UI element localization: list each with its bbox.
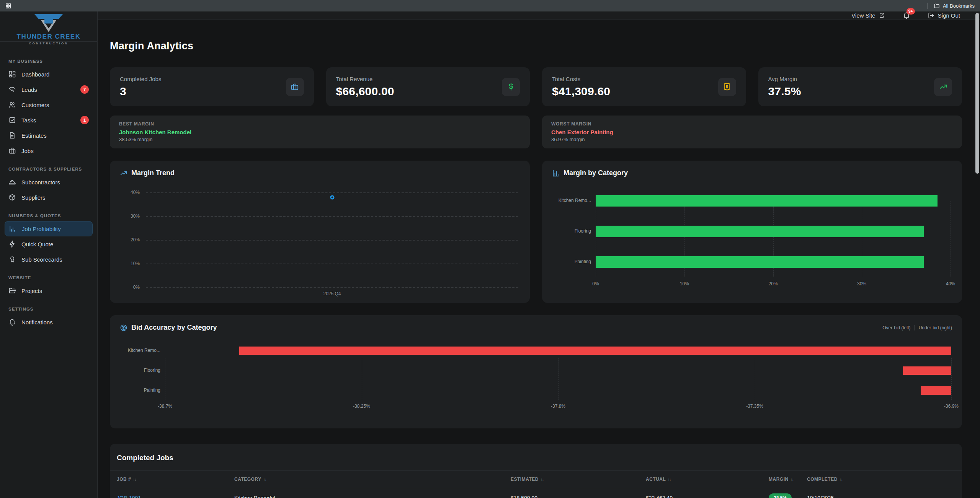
chart-row: Kitchen Remo... (120, 341, 952, 361)
stat-card-text: Total Costs$41,309.60 (552, 76, 610, 98)
column-header-completed[interactable]: COMPLETED↑↓ (807, 471, 962, 488)
gridline (146, 287, 518, 288)
x-axis-tick: 30% (857, 281, 866, 286)
sidebar-item-customers[interactable]: Customers (5, 97, 93, 112)
job-number-link[interactable]: JOB-1001 (117, 495, 141, 498)
sidebar-item-quick-quote[interactable]: Quick Quote (5, 236, 93, 252)
bar-painting (921, 386, 951, 395)
scrollbar-thumb[interactable] (975, 13, 979, 174)
chart-row: Flooring (552, 216, 952, 247)
margin-by-category-card: Margin by Category Kitchen Remo...Floori… (542, 161, 962, 303)
sidebar-item-tasks[interactable]: Tasks1 (5, 112, 93, 128)
stat-value: $66,600.00 (336, 85, 394, 98)
completed-jobs-card: Completed Jobs JOB #↑↓CATEGORY↑↓ESTIMATE… (110, 444, 962, 498)
job-number-cell: JOB-1001 (110, 488, 234, 498)
sidebar-item-badge: 7 (80, 85, 89, 94)
sidebar-item-projects[interactable]: Projects (5, 283, 93, 298)
x-axis-ticks: -38.7%-38.25%-37.8%-37.35%-36.9% (165, 404, 951, 410)
page-title: Margin Analytics (110, 40, 962, 52)
sidebar-item-notifications[interactable]: Notifications (5, 314, 93, 330)
sidebar-item-label: Estimates (21, 132, 47, 139)
x-axis-tick: 10% (680, 281, 689, 286)
sidebar-item-label: Sub Scorecards (21, 256, 62, 263)
chart-row: Painting (120, 381, 952, 400)
external-link-icon (879, 12, 885, 18)
margin-by-category-chart: Kitchen Remo...FlooringPainting0%10%20%3… (552, 186, 952, 287)
x-axis-tick: 20% (768, 281, 777, 286)
topbar: View Site 9+ (98, 11, 980, 20)
margin-trend-title: Margin Trend (131, 169, 175, 177)
margin-badge: 38.5% (769, 493, 792, 498)
page-scrollbar (975, 11, 980, 498)
column-header-actual[interactable]: ACTUAL↑↓ (646, 471, 769, 488)
sidebar-item-label: Notifications (21, 319, 53, 325)
sidebar-item-label: Dashboard (21, 71, 49, 78)
chart-rows: Kitchen Remo...FlooringPainting (552, 186, 952, 277)
sidebar-item-job-profitability[interactable]: Job Profitability (5, 221, 93, 236)
sign-out-button[interactable]: Sign Out (928, 12, 960, 19)
x-axis-tick: -38.25% (353, 404, 370, 409)
bar-kitchen-remo- (239, 347, 951, 355)
sidebar-item-label: Job Profitability (22, 226, 61, 232)
bid-accuracy-legend: Over-bid (left)Under-bid (right) (882, 325, 952, 330)
folder-icon (934, 3, 940, 9)
bar-flooring (596, 226, 924, 237)
x-axis-ticks: 0%10%20%30%40% (596, 281, 951, 287)
sidebar-section-label: NUMBERS & QUOTES (8, 213, 89, 218)
category-label: Kitchen Remo... (120, 348, 160, 354)
column-header-estimated[interactable]: ESTIMATED↑↓ (511, 471, 646, 488)
sidebar-item-estimates[interactable]: Estimates (5, 128, 93, 143)
legend-separator (915, 325, 915, 330)
category-label: Flooring (552, 228, 591, 234)
best-margin-job-name: Johnson Kitchen Remodel (119, 129, 521, 135)
sort-icon: ↑↓ (791, 477, 794, 482)
sidebar-item-leads[interactable]: Leads7 (5, 82, 93, 97)
all-bookmarks-label: All Bookmarks (943, 3, 975, 9)
stat-value: $41,309.60 (552, 85, 610, 98)
sort-icon: ↑↓ (263, 477, 266, 482)
sidebar-item-jobs[interactable]: Jobs (5, 143, 93, 158)
trending-up-icon (120, 169, 127, 177)
hard-hat-icon (8, 178, 16, 186)
sort-icon: ↑↓ (133, 477, 136, 482)
best-margin-value: 38.53% margin (119, 137, 521, 142)
stat-card-avg-margin: Avg Margin37.5% (758, 67, 962, 106)
y-axis-tick: 30% (120, 213, 140, 219)
column-header-job-[interactable]: JOB #↑↓ (110, 471, 234, 488)
stat-cards-row: Completed Jobs3Total Revenue$66,600.00To… (110, 67, 962, 106)
stat-card-text: Total Revenue$66,600.00 (336, 76, 394, 98)
sort-icon: ↑↓ (541, 477, 544, 482)
brand-name: THUNDER CREEK (0, 33, 97, 41)
category-label: Flooring (120, 368, 160, 374)
sidebar-item-subcontractors[interactable]: Subcontractors (5, 174, 93, 190)
category-label: Painting (120, 387, 160, 394)
award-icon (8, 256, 16, 263)
sidebar-item-suppliers[interactable]: Suppliers (5, 190, 93, 205)
column-header-margin[interactable]: MARGIN↑↓ (769, 471, 807, 488)
margin-trend-card: Margin Trend 40%30%20%10%0%2025 Q4 (110, 161, 530, 303)
chart-row: Painting (552, 247, 952, 277)
notifications-button[interactable]: 9+ (903, 11, 910, 19)
sidebar-item-dashboard[interactable]: Dashboard (5, 67, 93, 82)
sidebar-item-label: Subcontractors (21, 179, 60, 186)
worst-margin-card: WORST MARGINChen Exterior Painting36.97%… (542, 116, 962, 148)
stat-label: Total Costs (552, 76, 610, 82)
legend-item: Under-bid (right) (919, 325, 952, 330)
sidebar-item-label: Suppliers (21, 194, 46, 201)
chart-row: Kitchen Remo... (552, 186, 952, 216)
sort-icon: ↑↓ (840, 477, 843, 482)
x-axis-tick: -37.8% (551, 404, 565, 409)
table-row[interactable]: JOB-1001Kitchen Remodel$18,500.00$22,462… (110, 488, 962, 498)
stat-label: Total Revenue (336, 76, 394, 82)
tab-groups-grid-icon[interactable] (5, 3, 11, 9)
x-axis-tick: 40% (946, 281, 955, 286)
view-site-button[interactable]: View Site (851, 12, 885, 19)
bar-chart-icon (552, 169, 560, 177)
margin-highlights-row: BEST MARGINJohnson Kitchen Remodel38.53%… (110, 116, 962, 148)
stat-label: Completed Jobs (120, 76, 161, 82)
sidebar-item-sub-scorecards[interactable]: Sub Scorecards (5, 252, 93, 267)
sidebar-item-badge: 1 (80, 116, 89, 124)
x-axis-tick: -36.9% (944, 404, 959, 409)
column-header-category[interactable]: CATEGORY↑↓ (234, 471, 511, 488)
all-bookmarks-button[interactable]: All Bookmarks (934, 3, 975, 9)
